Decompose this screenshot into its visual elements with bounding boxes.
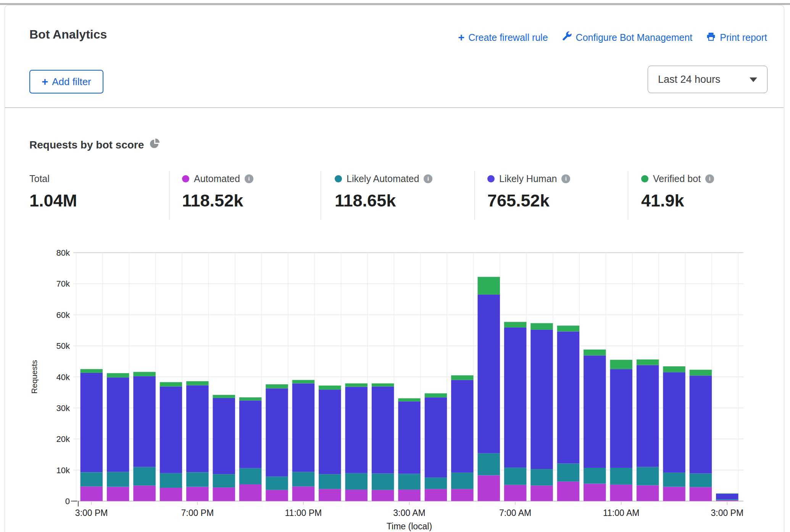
plus-icon: + [458, 32, 464, 43]
stat-label: Verified bot [653, 173, 701, 184]
stat-verified-bot: Verified bot i 41.9k [641, 172, 714, 211]
info-icon[interactable]: i [424, 174, 432, 183]
section-title-text: Requests by bot score [29, 139, 144, 151]
legend-dot-likely-human [487, 175, 495, 182]
legend-dot-automated [182, 175, 189, 182]
svg-text:7:00 AM: 7:00 AM [499, 508, 531, 518]
section-title: Requests by bot score [29, 138, 160, 152]
stat-value: 118.65k [335, 191, 432, 211]
stat-automated: Automated i 118.52k [182, 172, 253, 211]
svg-text:60k: 60k [56, 310, 70, 320]
print-report-label: Print report [720, 32, 767, 43]
svg-text:80k: 80k [56, 248, 70, 258]
header-actions: + Create firewall rule Configure Bot Man… [458, 31, 767, 44]
pie-chart-icon [149, 138, 160, 152]
info-icon[interactable]: i [705, 174, 714, 183]
add-filter-label: Add filter [52, 76, 91, 88]
create-firewall-rule-label: Create firewall rule [468, 32, 548, 43]
svg-text:10k: 10k [56, 466, 70, 475]
svg-text:Requests: Requests [30, 360, 39, 394]
page-title: Bot Analytics [29, 27, 107, 42]
configure-bot-management-label: Configure Bot Management [576, 32, 693, 43]
svg-text:30k: 30k [56, 403, 70, 413]
svg-text:3:00 PM: 3:00 PM [75, 508, 108, 518]
svg-text:0: 0 [65, 497, 70, 506]
info-icon[interactable]: i [245, 174, 253, 183]
stat-separator [321, 171, 321, 220]
header-divider [5, 107, 784, 108]
svg-text:Time (local): Time (local) [387, 521, 432, 531]
stat-label: Likely Human [499, 173, 557, 184]
svg-text:7:00 PM: 7:00 PM [181, 508, 214, 518]
stat-likely-human: Likely Human i 765.52k [487, 172, 570, 211]
stat-label: Likely Automated [347, 173, 419, 184]
legend-dot-verified-bot [641, 175, 648, 182]
time-range-value: Last 24 hours [658, 74, 721, 85]
stat-separator [474, 171, 475, 220]
stat-likely-automated: Likely Automated i 118.65k [335, 172, 432, 211]
printer-icon [706, 32, 716, 44]
time-range-select[interactable]: Last 24 hours [648, 66, 767, 93]
stat-value: 765.52k [487, 191, 570, 211]
svg-text:20k: 20k [56, 434, 70, 444]
stat-separator [628, 171, 628, 220]
stat-total: Total 1.04M [29, 172, 77, 211]
add-filter-button[interactable]: + Add filter [29, 70, 103, 94]
stat-separator [169, 171, 169, 220]
stat-value: 118.52k [182, 191, 253, 211]
print-report-link[interactable]: Print report [706, 32, 767, 44]
svg-text:3:00 PM: 3:00 PM [711, 508, 743, 518]
svg-text:3:00 AM: 3:00 AM [393, 508, 425, 518]
svg-text:11:00 AM: 11:00 AM [603, 508, 639, 518]
legend-dot-likely-automated [335, 175, 342, 182]
svg-text:70k: 70k [56, 279, 70, 289]
svg-text:40k: 40k [56, 372, 70, 382]
info-icon[interactable]: i [561, 174, 570, 183]
stat-label: Total [29, 173, 50, 184]
chevron-down-icon [750, 77, 757, 82]
svg-text:50k: 50k [56, 341, 70, 351]
configure-bot-management-link[interactable]: Configure Bot Management [562, 31, 693, 44]
wrench-icon [562, 31, 572, 44]
plus-icon: + [42, 76, 48, 87]
create-firewall-rule-link[interactable]: + Create firewall rule [458, 32, 548, 43]
stat-label: Automated [194, 173, 240, 184]
stat-value: 41.9k [641, 191, 714, 211]
stat-value: 1.04M [29, 191, 77, 211]
svg-text:11:00 PM: 11:00 PM [285, 508, 322, 518]
